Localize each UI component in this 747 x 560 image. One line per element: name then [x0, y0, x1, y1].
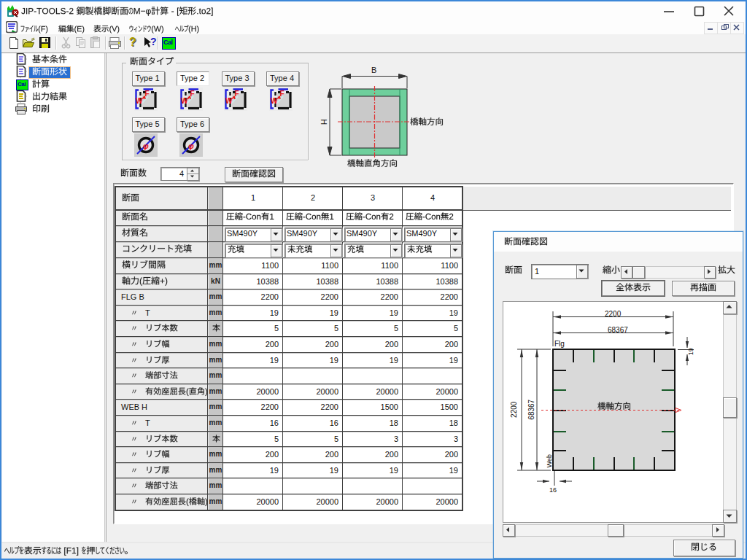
svg-text:F: F: [145, 90, 150, 98]
svg-text:F: F: [190, 90, 194, 98]
svg-text:φ: φ: [143, 141, 149, 150]
svg-text:W: W: [181, 97, 188, 105]
svg-text:W: W: [225, 97, 233, 105]
svg-text:F: F: [235, 90, 239, 98]
svg-text:F: F: [279, 90, 284, 98]
svg-text:W: W: [271, 97, 278, 105]
svg-text:W: W: [136, 97, 143, 105]
svg-text:φ: φ: [188, 141, 194, 150]
